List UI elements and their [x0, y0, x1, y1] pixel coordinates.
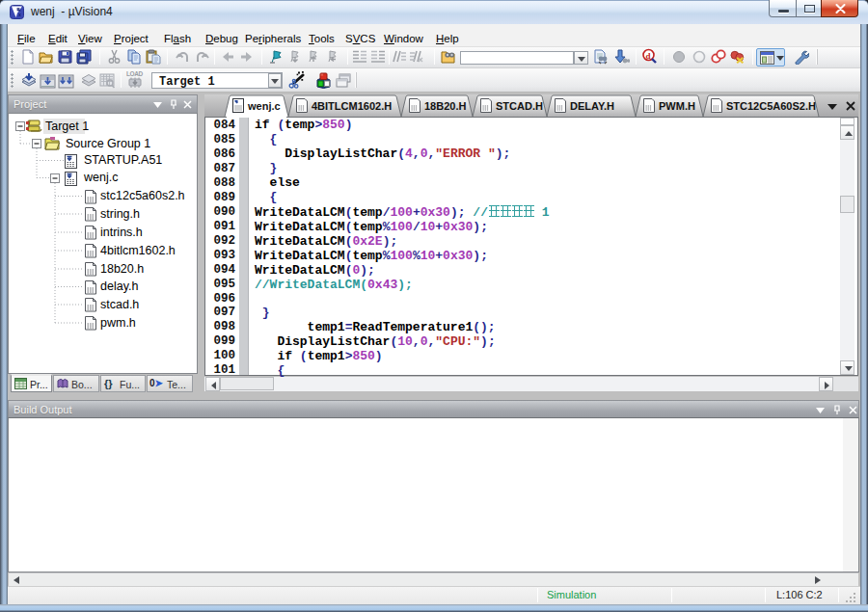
- svg-text:STCAD.H: STCAD.H: [496, 100, 543, 112]
- svg-text:d: d: [646, 51, 651, 61]
- svg-text:4BITLCM1602.H: 4BITLCM1602.H: [312, 100, 392, 112]
- svg-text:18B20.H: 18B20.H: [424, 100, 466, 112]
- svg-text:wenj.c: wenj.c: [247, 100, 281, 112]
- svg-text:DELAY.H: DELAY.H: [570, 100, 614, 112]
- svg-text:PWM.H: PWM.H: [659, 100, 695, 112]
- svg-text:STC12C5A60S2.H: STC12C5A60S2.H: [726, 100, 816, 112]
